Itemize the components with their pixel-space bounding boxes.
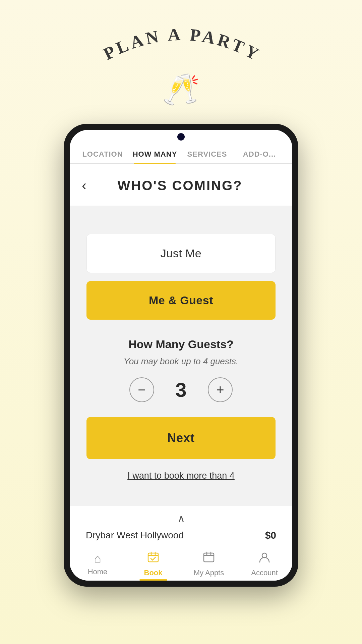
phone-frame: LOCATION HOW MANY SERVICES ADD-O... ‹ WH… — [64, 124, 298, 587]
nav-account[interactable]: Account — [237, 551, 292, 577]
content-area: Just Me Me & Guest How Many Guests? You … — [70, 206, 292, 498]
decrement-button[interactable]: − — [129, 377, 154, 402]
guests-section: How Many Guests? You may book up to 4 gu… — [86, 328, 276, 406]
my-appts-icon — [203, 551, 215, 567]
more-than-4-link[interactable]: I want to book more than 4 — [86, 467, 276, 484]
page-header: ‹ WHO'S COMING? — [70, 164, 292, 206]
back-button[interactable]: ‹ — [82, 177, 86, 194]
tab-add-ons[interactable]: ADD-O... — [233, 150, 286, 163]
bottom-bar: ∧ Drybar West Hollywood $0 — [70, 505, 292, 546]
chevron-up-icon[interactable]: ∧ — [83, 512, 279, 525]
spacer — [86, 219, 276, 226]
top-header: PLAN A PARTY 🥂 — [94, 0, 268, 107]
just-me-button[interactable]: Just Me — [86, 234, 276, 273]
bottom-info-row: Drybar West Hollywood $0 — [83, 530, 279, 541]
account-icon — [258, 551, 270, 567]
location-name: Drybar West Hollywood — [86, 530, 184, 541]
champagne-glasses-icon: 🥂 — [162, 72, 200, 107]
flex-spacer — [70, 498, 292, 505]
next-button[interactable]: Next — [86, 417, 276, 459]
home-icon: ⌂ — [94, 551, 101, 566]
increment-button[interactable]: + — [208, 377, 233, 402]
me-and-guest-button[interactable]: Me & Guest — [86, 281, 276, 320]
nav-book[interactable]: Book — [125, 551, 181, 577]
nav-my-appts-label: My Appts — [194, 569, 224, 577]
nav-my-appts[interactable]: My Appts — [181, 551, 237, 577]
tab-location[interactable]: LOCATION — [76, 150, 129, 163]
svg-rect-1 — [148, 553, 158, 562]
guests-subtitle: You may book up to 4 guests. — [124, 356, 239, 367]
guests-title: How Many Guests? — [128, 338, 234, 351]
nav-home-label: Home — [88, 568, 108, 576]
price-display: $0 — [265, 530, 276, 541]
phone-screen: LOCATION HOW MANY SERVICES ADD-O... ‹ WH… — [70, 130, 292, 581]
camera-notch — [177, 133, 185, 141]
page-title: WHO'S COMING? — [93, 178, 267, 193]
svg-rect-5 — [204, 553, 214, 562]
nav-bar: ⌂ Home Book — [70, 546, 292, 581]
guest-count: 3 — [171, 378, 191, 401]
counter-row: − 3 + — [129, 377, 233, 402]
book-icon — [147, 551, 159, 567]
tab-how-many[interactable]: HOW MANY — [129, 150, 181, 163]
plan-a-party-arch: PLAN A PARTY — [94, 27, 268, 68]
nav-home[interactable]: ⌂ Home — [70, 551, 125, 577]
nav-book-label: Book — [144, 569, 163, 577]
svg-text:PLAN A PARTY: PLAN A PARTY — [100, 27, 264, 65]
tab-services[interactable]: SERVICES — [181, 150, 233, 163]
nav-account-label: Account — [251, 569, 278, 577]
